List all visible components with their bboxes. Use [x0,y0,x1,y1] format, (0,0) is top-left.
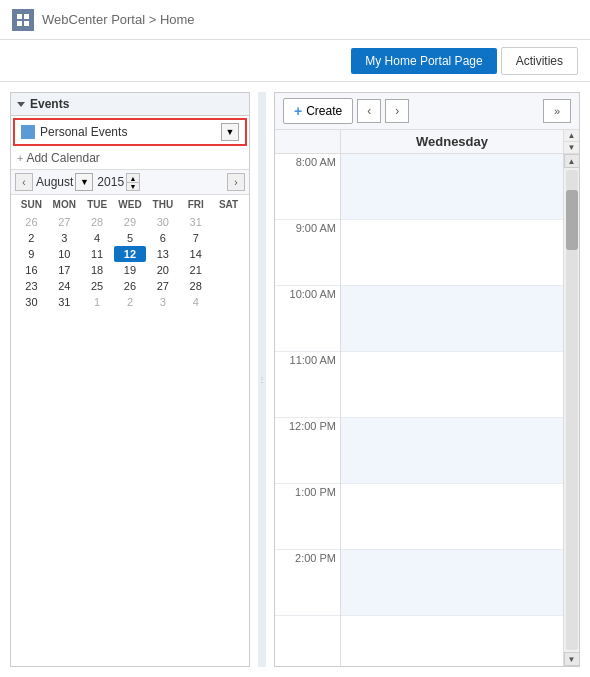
day-scroll-up[interactable]: ▲ [564,130,579,142]
mini-cal-cell[interactable]: 19 [114,262,147,278]
time-label: 8:00 AM [296,156,336,168]
personal-events-row: Personal Events ▼ [13,118,247,146]
mini-cal-cell[interactable]: 3 [146,294,179,310]
mini-cal-cell[interactable]: 30 [146,214,179,230]
event-slot-5[interactable] [341,484,563,550]
time-slot-label-1: 9:00 AM [275,220,340,286]
mini-cal-weeks: 2627282930312345679101112131416171819202… [15,214,245,310]
main-content: Events Personal Events ▼ + Add Calendar … [0,82,590,677]
mini-cal-cell[interactable]: 24 [48,278,81,294]
last-day-button[interactable]: » [543,99,571,123]
add-calendar-row: + Add Calendar [11,148,249,170]
year-up-button[interactable]: ▲ [126,173,140,182]
mini-cal-cell[interactable]: 11 [81,246,114,262]
mini-cal-cell[interactable]: 27 [48,214,81,230]
day-hdr-mon: MON [48,197,81,212]
time-label: 11:00 AM [290,354,336,366]
mini-cal-cell[interactable] [212,230,245,246]
personal-events-dropdown[interactable]: ▼ [221,123,239,141]
mini-cal-cell[interactable]: 16 [15,262,48,278]
my-home-portal-button[interactable]: My Home Portal Page [351,48,496,74]
mini-cal-cell[interactable]: 31 [48,294,81,310]
day-hdr-sun: SUN [15,197,48,212]
mini-cal-cell[interactable]: 1 [81,294,114,310]
event-slot-3[interactable] [341,352,563,418]
mini-cal-cell[interactable] [212,278,245,294]
event-slot-4[interactable] [341,418,563,484]
event-slot-2[interactable] [341,286,563,352]
personal-events-label: Personal Events [40,125,221,139]
mini-cal-cell[interactable]: 28 [81,214,114,230]
mini-cal-cell[interactable]: 27 [146,278,179,294]
mini-cal-week-2: 91011121314 [15,246,245,262]
mini-cal-cell[interactable]: 31 [179,214,212,230]
mini-cal-cell[interactable]: 26 [114,278,147,294]
time-slot-label-2: 10:00 AM [275,286,340,352]
mini-cal-grid: SUN MON TUE WED THU FRI SAT 262728293031… [11,195,249,312]
resize-dots: ⋮ [258,376,266,384]
prev-day-button[interactable]: ‹ [357,99,381,123]
mini-cal-cell[interactable]: 3 [48,230,81,246]
day-view-scrollbar: ▲ ▼ [563,154,579,666]
mini-cal-cell[interactable] [212,246,245,262]
event-slot-6[interactable] [341,550,563,616]
breadcrumb-sep: > [145,12,160,27]
mini-cal-cell[interactable]: 30 [15,294,48,310]
mini-cal-cell[interactable]: 18 [81,262,114,278]
mini-cal-cell[interactable]: 9 [15,246,48,262]
mini-cal-cell[interactable]: 4 [179,294,212,310]
day-hdr-sat: SAT [212,197,245,212]
event-slot-1[interactable] [341,220,563,286]
add-calendar-link[interactable]: Add Calendar [26,151,99,165]
mini-cal-cell[interactable] [212,262,245,278]
day-hdr-tue: TUE [81,197,114,212]
mini-cal-cell[interactable]: 6 [146,230,179,246]
mini-cal-cell[interactable]: 21 [179,262,212,278]
right-panel: + Create ‹ › » Wednesday ▲ ▼ 8:00 AM9:00… [274,92,580,667]
mini-cal-nav: ‹ August ▼ 2015 ▲ ▼ › [11,170,249,195]
create-button[interactable]: + Create [283,98,353,124]
mini-cal-cell[interactable]: 13 [146,246,179,262]
prev-month-button[interactable]: ‹ [15,173,33,191]
mini-cal-cell[interactable]: 28 [179,278,212,294]
time-col-header [275,130,340,153]
personal-events-checkbox[interactable] [21,125,35,139]
scrollbar-down[interactable]: ▼ [564,652,580,666]
mini-cal-cell[interactable] [212,214,245,230]
mini-cal-cell[interactable]: 26 [15,214,48,230]
next-month-button[interactable]: › [227,173,245,191]
year-label: 2015 [97,175,124,189]
mini-cal-cell[interactable]: 25 [81,278,114,294]
mini-cal-cell[interactable]: 17 [48,262,81,278]
resize-handle[interactable]: ⋮ [258,92,266,667]
mini-cal-cell[interactable]: 12 [114,246,147,262]
day-view-toolbar: + Create ‹ › » [275,93,579,130]
mini-cal-week-5: 30311234 [15,294,245,310]
event-slot-0[interactable] [341,154,563,220]
scrollbar-thumb[interactable] [566,190,578,250]
mini-cal-cell[interactable]: 20 [146,262,179,278]
year-down-button[interactable]: ▼ [126,182,140,191]
mini-cal-cell[interactable]: 5 [114,230,147,246]
month-select: August ▼ 2015 ▲ ▼ [36,173,224,191]
mini-cal-cell[interactable]: 23 [15,278,48,294]
mini-cal-cell[interactable]: 29 [114,214,147,230]
activities-button[interactable]: Activities [501,47,578,75]
scrollbar-track[interactable] [566,170,578,650]
time-slot-label-4: 12:00 PM [275,418,340,484]
mini-cal-cell[interactable]: 10 [48,246,81,262]
mini-cal-cell[interactable] [212,294,245,310]
next-day-button[interactable]: › [385,99,409,123]
day-headers: SUN MON TUE WED THU FRI SAT [15,197,245,212]
mini-cal-cell[interactable]: 7 [179,230,212,246]
scrollbar-up[interactable]: ▲ [564,154,580,168]
month-dropdown[interactable]: ▼ [75,173,93,191]
mini-cal-cell[interactable]: 2 [15,230,48,246]
day-hdr-fri: FRI [179,197,212,212]
day-scroll-down[interactable]: ▼ [564,142,579,153]
mini-cal-cell[interactable]: 14 [179,246,212,262]
events-collapse-arrow[interactable] [17,102,25,107]
mini-cal-cell[interactable]: 2 [114,294,147,310]
mini-cal-cell[interactable]: 4 [81,230,114,246]
month-label: August [36,175,73,189]
